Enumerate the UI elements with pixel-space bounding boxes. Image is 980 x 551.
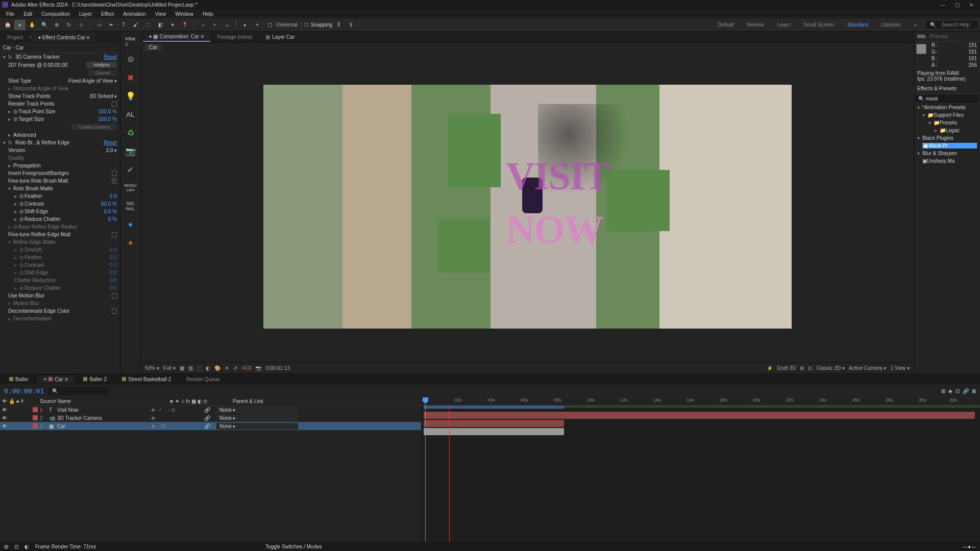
tl-tab-baller2[interactable]: Baller 2 [76, 375, 114, 383]
finetune-checkbox[interactable] [112, 179, 117, 184]
exposure-icon[interactable]: ☀ [225, 365, 229, 371]
region-icon[interactable]: ⬚ [197, 365, 202, 371]
tl-tab-render[interactable]: Render Queue [179, 375, 227, 383]
reset-link-2[interactable]: Reset [104, 140, 117, 145]
composition-viewer[interactable]: VISIT NOW [263, 85, 792, 329]
preset-support[interactable]: Support Files [934, 112, 977, 118]
tab-footage[interactable]: Footage (none) [211, 33, 258, 41]
snapping-toggle[interactable]: ☐ Snapping [304, 22, 332, 28]
timeline-search[interactable]: 🔍 [48, 387, 109, 395]
axis-local[interactable]: ⫞ [197, 20, 208, 30]
menu-file[interactable]: File [2, 10, 18, 18]
status-icon-2[interactable]: ⊡ [14, 544, 18, 549]
finetune2-checkbox[interactable] [112, 232, 117, 237]
version-dropdown[interactable]: 3.0 ▾ [106, 147, 117, 153]
tl-icon-4[interactable]: 🔗 [963, 388, 969, 394]
workspace-default[interactable]: Default [714, 21, 738, 29]
camera-dropdown[interactable]: Active Camera ▾ [849, 365, 886, 371]
brush-tool[interactable]: 🖌 [130, 20, 141, 30]
contrast-value[interactable]: 80.0 % [101, 201, 117, 207]
advanced-section[interactable]: Advanced [13, 132, 117, 138]
views-dropdown[interactable]: 1 View ▾ [890, 365, 910, 371]
menu-window[interactable]: Window [171, 10, 198, 18]
maximize-button[interactable]: ▢ [950, 1, 964, 8]
draft-3d-toggle[interactable]: Draft 3D [777, 365, 796, 371]
axis-view[interactable]: ⫠ [222, 20, 233, 30]
check-icon[interactable]: ✔ [125, 163, 137, 176]
parent-link-3[interactable]: None ▾ [216, 423, 298, 430]
comp-breadcrumb[interactable]: Car [145, 44, 161, 51]
snap-opt1[interactable]: ⊼ [333, 20, 345, 30]
channel-icon[interactable]: ◐ [206, 365, 210, 371]
work-area[interactable] [424, 406, 564, 409]
tab-composition[interactable]: ▾ ▦ Composition: Car ≡ [143, 32, 210, 42]
current-timecode[interactable]: 0:00:00:01 [4, 387, 44, 395]
preset-legacy[interactable]: Legac [946, 128, 977, 133]
workspace-libraries[interactable]: Libraries [877, 21, 904, 29]
menu-composition[interactable]: Composition [37, 10, 74, 18]
feather-value[interactable]: 5.0 [110, 193, 117, 199]
current-time-indicator[interactable] [449, 406, 450, 542]
status-icon-1[interactable]: ⊞ [4, 544, 8, 549]
layer-bar-3[interactable] [424, 428, 564, 435]
effect-roto-brush[interactable]: Roto Br...& Refine Edge [15, 140, 104, 145]
playhead[interactable] [425, 397, 426, 542]
home-icon[interactable]: 🏠 [2, 20, 13, 30]
preset-blur[interactable]: Blur & Sharpen [922, 151, 977, 156]
mode-add[interactable]: + [252, 20, 263, 30]
shift-value[interactable]: 0.0 % [104, 209, 117, 214]
menu-layer[interactable]: Layer [75, 10, 96, 18]
x-red-icon[interactable]: ✖ [125, 71, 137, 84]
circle-blue-icon[interactable]: ● [125, 218, 137, 231]
search-help[interactable]: 🔍 Search Help [926, 21, 978, 29]
layer-bar-2[interactable] [424, 420, 564, 427]
mode-arrow[interactable]: ▸ [239, 20, 251, 30]
reset-link[interactable]: Reset [104, 54, 117, 60]
tab-preview[interactable]: Preview [930, 34, 948, 39]
toggle-switches[interactable]: Toggle Switches / Modes [265, 544, 322, 549]
tab-layer[interactable]: ▦ Layer Car [259, 33, 301, 41]
effects-presets-header[interactable]: Effects & Presets [914, 84, 980, 94]
color-mgmt-icon[interactable]: 🎨 [214, 365, 220, 371]
preset-blace[interactable]: Blace Plugins [922, 135, 977, 141]
tl-tab-car[interactable]: × Car ≡ [37, 375, 76, 383]
motion-blur-checkbox[interactable] [112, 293, 117, 298]
tab-project[interactable]: Project [2, 33, 28, 42]
layer-row-1[interactable]: 👁 1 T Visit Now ⬘ · / · · · ⊙ 🔗 None ▾ [0, 406, 421, 414]
zoom-tool[interactable]: 🔍 [39, 20, 50, 30]
menu-view[interactable]: View [151, 10, 170, 18]
extended-viewer-icon[interactable]: ⊡ [808, 365, 812, 371]
render-track-checkbox[interactable] [112, 102, 117, 107]
layer-row-2[interactable]: 👁 2 📹 3D Tracker Camera ⬘ 🔗 None ▾ [0, 414, 421, 422]
camera-pink-icon[interactable]: 📷 [125, 145, 137, 157]
clone-tool[interactable]: ⬚ [142, 20, 154, 30]
text-tool[interactable]: T [118, 20, 129, 30]
eraser-tool[interactable]: ◧ [155, 20, 166, 30]
hand-tool[interactable]: ✋ [27, 20, 38, 30]
exposure-value[interactable]: +0.0 [241, 365, 252, 371]
gear-icon[interactable]: ⚙ [125, 53, 137, 65]
pen-tool[interactable]: ✒ [106, 20, 117, 30]
renderer-dropdown[interactable]: Classic 3D ▾ [816, 365, 845, 371]
puppet-tool[interactable]: 📍 [179, 20, 190, 30]
reset-exposure-icon[interactable]: ↺ [233, 365, 237, 371]
zoom-dropdown[interactable]: 50% ▾ [145, 365, 159, 371]
decon-checkbox[interactable] [112, 309, 117, 314]
close-button[interactable]: ✕ [965, 1, 978, 8]
modu-icon[interactable]: MODU LATI [125, 182, 137, 194]
layer-bar-1[interactable] [424, 412, 975, 419]
invert-checkbox[interactable] [112, 171, 117, 176]
rotation-tool[interactable]: ↻ [63, 20, 75, 30]
roto-tool[interactable]: ✦ [167, 20, 178, 30]
analyze-button[interactable]: Analyze [86, 62, 117, 68]
bulb-icon[interactable]: 💡 [125, 90, 137, 102]
al-icon[interactable]: AL [125, 108, 137, 120]
menu-effect[interactable]: Effect [97, 10, 118, 18]
preset-unsharp[interactable]: Unsharp Ma [927, 158, 977, 164]
parent-link-2[interactable]: None ▾ [216, 415, 298, 421]
tab-info[interactable]: Info [917, 34, 926, 39]
menu-edit[interactable]: Edit [19, 10, 36, 18]
chatter-value[interactable]: 0 % [108, 216, 117, 222]
menu-animation[interactable]: Animation [119, 10, 150, 18]
orbit-tool[interactable]: ⊕ [51, 20, 62, 30]
